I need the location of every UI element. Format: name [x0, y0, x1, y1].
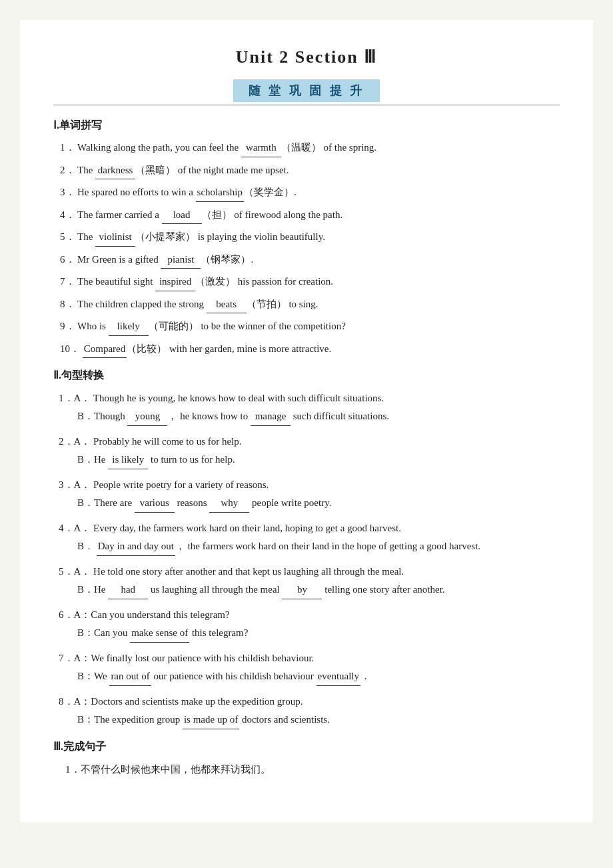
- item-num: 10．: [60, 341, 80, 358]
- pair-num: 8．: [59, 696, 74, 707]
- item-num: 1．: [60, 139, 77, 157]
- banner-divider: [53, 105, 560, 105]
- item-after: to sing.: [287, 299, 318, 309]
- item-before: The: [77, 231, 95, 242]
- item-after: his passion for creation.: [235, 276, 333, 287]
- section1-item-5: 5．The violinist（小提琴家） is playing the vio…: [53, 229, 560, 247]
- answer1-1: young: [127, 407, 167, 426]
- answer2-3: why: [209, 494, 249, 513]
- item-answer: load: [162, 207, 202, 225]
- line-b-5: B．He had us laughing all through the mea…: [53, 581, 560, 599]
- item-before: Walking along the path, you can feel the: [77, 142, 241, 153]
- answer2-7: eventually: [316, 667, 360, 686]
- line-b-3: B．There are various reasons why people w…: [53, 494, 560, 513]
- item-num: 4．: [60, 207, 77, 224]
- answer1-3: various: [135, 494, 175, 513]
- section2-pairs: 1．A． Though he is young, he knows how to…: [53, 389, 560, 729]
- page-title: Unit 2 Section Ⅲ: [53, 47, 560, 67]
- pair-group-7: 7．A：We finally lost our patience with hi…: [53, 649, 560, 686]
- item-answer: scholarship: [196, 184, 244, 202]
- item-num: 5．: [60, 229, 77, 246]
- pair-num: 3．: [59, 479, 74, 490]
- line-a-8: 8．A：Doctors and scientists make up the e…: [53, 693, 560, 711]
- item-after: of the night made me upset.: [175, 165, 289, 175]
- section1-item-2: 2．The darkness（黑暗） of the night made me …: [53, 162, 560, 180]
- section3-item-1: 1．不管什么时候他来中国，他都来拜访我们。: [65, 761, 560, 779]
- line-a-5: 5．A． He told one story after another and…: [53, 563, 560, 581]
- item-num: 8．: [60, 296, 77, 313]
- pair-num: 1．: [59, 393, 74, 403]
- line-b-8: B：The expedition group is made up of doc…: [53, 711, 560, 729]
- item-answer: pianist: [161, 251, 201, 269]
- item-answer: violinist: [95, 229, 135, 247]
- item-answer: beats: [207, 296, 247, 314]
- pair-group-3: 3．A． People write poetry for a variety o…: [53, 476, 560, 513]
- banner-label: 随 堂 巩 固 提 升: [233, 79, 380, 102]
- item-after: to be the winner of the competition?: [199, 321, 346, 331]
- item-num: 2．: [60, 162, 77, 179]
- answer1-5: had: [108, 581, 148, 599]
- line-a-1: 1．A． Though he is young, he knows how to…: [53, 389, 560, 407]
- item-after: .: [251, 254, 253, 265]
- pair-num: 6．: [59, 609, 74, 620]
- page: Unit 2 Section Ⅲ 随 堂 巩 固 提 升 Ⅰ.单词拼写 1．Wa…: [20, 20, 593, 822]
- item-answer: warmth: [241, 139, 281, 157]
- section1-item-9: 9．Who is likely（可能的） to be the winner of…: [53, 318, 560, 336]
- section1-list: 1．Walking along the path, you can feel t…: [53, 139, 560, 358]
- pair-group-8: 8．A：Doctors and scientists make up the e…: [53, 693, 560, 729]
- section1-item-3: 3．He spared no efforts to win a scholars…: [53, 184, 560, 202]
- line-a-2: 2．A． Probably he will come to us for hel…: [53, 433, 560, 451]
- line-b-2: B．He is likely to turn to us for help.: [53, 451, 560, 469]
- answer2-5: by: [282, 581, 322, 599]
- answer1-8: is made up of: [183, 711, 239, 729]
- section1-item-10: 10． Compared（比较） with her garden, mine i…: [53, 341, 560, 359]
- answer1-4: Day in and day out: [97, 537, 175, 556]
- pair-group-4: 4．A． Every day, the farmers work hard on…: [53, 519, 560, 556]
- item-answer: likely: [109, 318, 149, 336]
- pair-group-5: 5．A． He told one story after another and…: [53, 563, 560, 599]
- item-after: of the spring.: [321, 142, 376, 153]
- section1-item-6: 6．Mr Green is a gifted pianist（钢琴家）.: [53, 251, 560, 269]
- pair-num: 7．: [59, 653, 74, 663]
- line-a-3: 3．A． People write poetry for a variety o…: [53, 476, 560, 494]
- item-after: .: [294, 187, 297, 197]
- answer1-7: ran out of: [109, 667, 151, 686]
- item-answer: darkness: [95, 162, 135, 180]
- line-b-6: B：Can you make sense of this telegram?: [53, 624, 560, 643]
- item-before: The: [77, 165, 95, 175]
- item-answer: Compared: [83, 341, 127, 359]
- item-before: He spared no efforts to win a: [77, 187, 196, 197]
- item-answer: inspired: [155, 273, 195, 291]
- answer2-1: manage: [251, 407, 291, 426]
- item-after: is playing the violin beautifully.: [195, 231, 325, 242]
- item-num: 6．: [60, 251, 77, 269]
- line-a-7: 7．A：We finally lost our patience with hi…: [53, 649, 560, 667]
- item-before: The children clapped the strong: [77, 299, 207, 309]
- item-after: of firewood along the path.: [232, 209, 343, 220]
- section3-list: 1．不管什么时候他来中国，他都来拜访我们。: [53, 761, 560, 779]
- item-before: The beautiful sight: [77, 276, 155, 287]
- pair-num: 5．: [59, 566, 74, 577]
- section1-item-4: 4．The farmer carried a load（担） of firewo…: [53, 207, 560, 225]
- answer1-6: make sense of: [130, 624, 189, 643]
- item-before: Mr Green is a gifted: [77, 254, 161, 265]
- item-before: The farmer carried a: [77, 209, 162, 220]
- pair-group-6: 6．A：Can you understand this telegram?B：C…: [53, 606, 560, 643]
- item-before: Who is: [77, 321, 109, 331]
- pair-num: 4．: [59, 523, 74, 533]
- pair-group-1: 1．A． Though he is young, he knows how to…: [53, 389, 560, 426]
- section1-item-1: 1．Walking along the path, you can feel t…: [53, 139, 560, 157]
- item-num: 9．: [60, 318, 77, 335]
- line-a-4: 4．A． Every day, the farmers work hard on…: [53, 519, 560, 537]
- section1-item-8: 8．The children clapped the strong beats（…: [53, 296, 560, 314]
- pair-group-2: 2．A． Probably he will come to us for hel…: [53, 433, 560, 469]
- item-num: 7．: [60, 273, 77, 291]
- line-b-7: B：We ran out of our patience with his ch…: [53, 667, 560, 686]
- section2-heading: Ⅱ.句型转换: [53, 369, 560, 383]
- section1-item-7: 7．The beautiful sight inspired（激发） his p…: [53, 273, 560, 291]
- item-num: 3．: [60, 184, 77, 201]
- section1-heading: Ⅰ.单词拼写: [53, 119, 560, 133]
- item-after: with her garden, mine is more attractive…: [167, 343, 331, 354]
- answer1-2: is likely: [108, 451, 148, 469]
- pair-num: 2．: [59, 436, 74, 447]
